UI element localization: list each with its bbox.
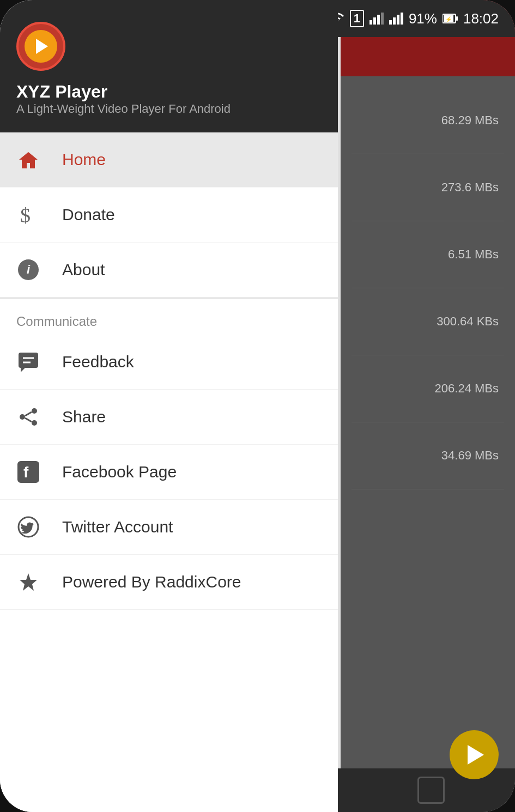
nav-facebook-label: Facebook Page [62,463,177,481]
logo-play-icon [36,39,48,54]
app-name: XYZ Player [16,82,322,102]
svg-line-22 [25,418,32,422]
nav-item-donate[interactable]: $ Donate [0,187,338,243]
drawer-nav: Home $ Donate i About [0,132,338,812]
file-size-1: 68.29 MBs [352,87,504,154]
nav-item-about[interactable]: i About [0,243,338,298]
nav-home-label: Home [62,150,106,169]
screen: 1 91% [0,0,515,812]
nav-item-share[interactable]: Share [0,390,338,445]
svg-marker-17 [21,368,25,372]
svg-text:$: $ [20,204,31,226]
svg-rect-7 [397,15,399,25]
svg-rect-2 [373,17,376,25]
file-sizes-list: 68.29 MBs 273.6 MBs 6.51 MBs 300.64 KBs … [341,76,515,500]
file-size-4: 300.64 KBs [352,288,504,355]
right-background: 68.29 MBs 273.6 MBs 6.51 MBs 300.64 KBs … [341,0,515,812]
svg-point-20 [32,420,37,426]
svg-point-19 [20,414,25,420]
nav-item-home[interactable]: Home [0,132,338,187]
sim-icon: 1 [350,10,364,27]
status-icons: 1 91% [329,10,499,27]
info-icon-shape: i [18,259,39,280]
info-icon: i [16,258,40,282]
svg-marker-26 [20,573,37,591]
nav-item-feedback[interactable]: Feedback [0,335,338,390]
app-tagline: A Light-Weight Video Player For Android [16,102,322,116]
nav-feedback-label: Feedback [62,353,134,371]
share-icon [16,405,40,429]
signal1-icon [369,13,384,25]
svg-point-18 [32,408,37,414]
file-size-5: 206.24 MBs [352,355,504,422]
clock: 18:02 [463,10,499,27]
fab-play-button[interactable] [450,730,499,779]
nav-share-label: Share [62,408,106,426]
battery-percentage: 91% [409,10,437,27]
svg-text:⚡: ⚡ [445,16,452,23]
svg-rect-1 [369,20,372,25]
svg-rect-3 [377,15,380,25]
nav-twitter-label: Twitter Account [62,518,173,536]
svg-rect-8 [401,13,403,25]
nav-raddix-label: Powered By RaddixCore [62,573,241,591]
drawer-header: XYZ Player A Light-Weight Video Player F… [0,0,338,132]
twitter-icon [16,515,40,539]
phone-frame: 1 91% [0,0,515,812]
fab-play-icon [468,745,484,765]
logo-inner [25,30,57,63]
bottom-recent-btn[interactable] [417,777,445,804]
nav-item-twitter[interactable]: Twitter Account [0,500,338,555]
file-size-2: 273.6 MBs [352,154,504,221]
app-logo [16,22,65,71]
battery-icon: ⚡ [443,13,458,24]
svg-rect-4 [381,13,384,25]
star-icon [16,570,40,594]
feedback-icon [16,350,40,374]
file-size-6: 34.69 MBs [352,422,504,489]
signal2-icon [389,13,403,25]
svg-rect-11 [456,16,458,21]
file-size-3: 6.51 MBs [352,221,504,288]
communicate-section-header: Communicate [0,298,338,335]
svg-line-21 [25,412,32,416]
svg-rect-14 [19,353,38,368]
home-icon [16,148,40,172]
dollar-icon: $ [16,203,40,227]
nav-item-facebook[interactable]: f Facebook Page [0,445,338,500]
nav-about-label: About [62,260,105,279]
nav-item-raddix[interactable]: Powered By RaddixCore [0,555,338,610]
svg-rect-5 [389,20,392,25]
navigation-drawer: XYZ Player A Light-Weight Video Player F… [0,0,338,812]
nav-donate-label: Donate [62,205,115,224]
svg-rect-6 [393,17,396,25]
svg-text:f: f [23,464,29,481]
facebook-icon: f [16,460,40,484]
